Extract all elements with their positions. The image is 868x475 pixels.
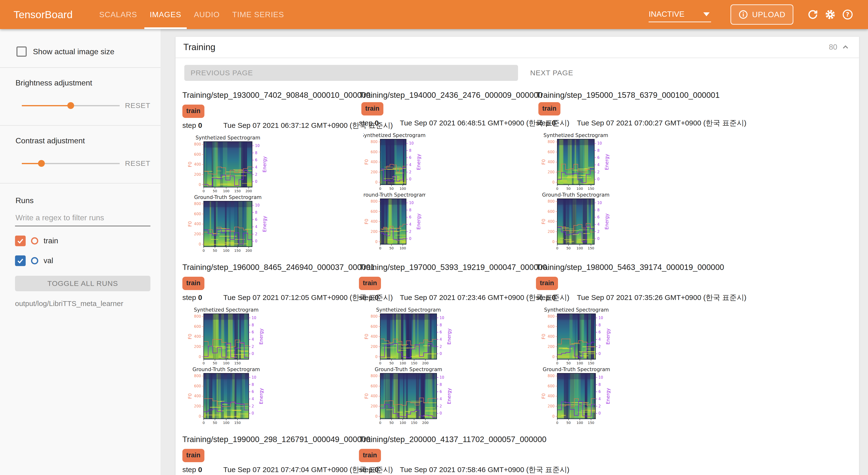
svg-text:150: 150 [411, 421, 417, 425]
run-row-val[interactable]: val [15, 255, 150, 266]
chevron-up-icon[interactable] [841, 42, 850, 52]
svg-text:0: 0 [556, 361, 558, 365]
svg-text:F0: F0 [364, 219, 369, 224]
timestamp: Tue Sep 07 2021 07:58:46 GMT+0900 (한국 표준… [400, 465, 569, 475]
toggle-all-runs-button[interactable]: TOGGLE ALL RUNS [15, 276, 150, 291]
svg-text:6: 6 [598, 330, 601, 334]
spectrogram-figure[interactable]: Synthetized Spectrogram0200400600800F002… [540, 307, 713, 429]
svg-text:600: 600 [371, 210, 378, 214]
svg-text:6: 6 [598, 389, 601, 394]
run-row-train[interactable]: train [15, 235, 150, 246]
step-label: step 0 [359, 293, 400, 302]
svg-text:Energy: Energy [446, 328, 452, 345]
spectrogram-figure[interactable]: Synthetized Spectrogram0200400600800F002… [363, 307, 536, 429]
svg-text:50: 50 [213, 189, 217, 193]
tab-audio[interactable]: AUDIO [188, 0, 226, 29]
run-checkbox[interactable] [15, 235, 26, 246]
svg-text:Energy: Energy [258, 328, 264, 345]
step-label: step 0 [536, 119, 577, 127]
spectrogram-figure[interactable]: Synthetized Spectrogram0200400600800F002… [363, 132, 536, 254]
svg-text:200: 200 [548, 404, 555, 408]
run-badge: train [182, 277, 205, 290]
settings-button[interactable] [822, 6, 839, 23]
svg-text:800: 800 [194, 314, 201, 319]
run-checkbox[interactable] [15, 255, 26, 266]
svg-text:2: 2 [440, 404, 442, 408]
tab-time-series[interactable]: TIME SERIES [226, 0, 290, 29]
spectrogram-image: Synthetized Spectrogram0200400600800F002… [363, 307, 456, 428]
svg-text:150: 150 [588, 246, 594, 250]
svg-text:150: 150 [234, 249, 241, 253]
help-button[interactable]: ? [839, 6, 857, 23]
contrast-slider[interactable] [22, 160, 120, 167]
svg-text:0: 0 [597, 236, 600, 241]
svg-text:F0: F0 [364, 393, 369, 399]
svg-text:8: 8 [409, 208, 411, 212]
svg-text:600: 600 [371, 150, 378, 154]
svg-text:2: 2 [252, 345, 254, 349]
info-icon [738, 10, 748, 19]
svg-text:10: 10 [409, 201, 414, 205]
slider-thumb[interactable] [38, 160, 45, 167]
spectrogram-image: Synthetized Spectrogram0200400600800F002… [363, 132, 426, 253]
svg-text:400: 400 [371, 160, 378, 164]
previous-page-button[interactable]: PREVIOUS PAGE [184, 65, 518, 81]
tab-images[interactable]: IMAGES [144, 0, 187, 29]
svg-text:600: 600 [194, 212, 201, 216]
svg-text:200: 200 [548, 170, 555, 174]
upload-label: UPLOAD [752, 10, 785, 19]
svg-text:200: 200 [422, 421, 429, 425]
svg-text:8: 8 [597, 149, 600, 153]
contrast-reset-button[interactable]: RESET [125, 159, 150, 167]
svg-text:100: 100 [400, 361, 406, 365]
image-card-title: Training/step_200000_4137_11702_000057_0… [359, 435, 547, 444]
refresh-button[interactable] [804, 6, 822, 23]
svg-text:0: 0 [255, 180, 257, 184]
svg-text:0: 0 [198, 242, 201, 247]
run-badge: train [536, 277, 558, 290]
svg-text:0: 0 [552, 414, 555, 419]
svg-text:4: 4 [252, 397, 254, 401]
slider-thumb[interactable] [67, 102, 74, 109]
svg-text:0: 0 [252, 351, 254, 356]
tab-scalars[interactable]: SCALARS [93, 0, 144, 29]
svg-text:50: 50 [213, 421, 217, 425]
svg-text:F0: F0 [541, 219, 546, 224]
svg-text:2: 2 [255, 232, 257, 236]
svg-text:10: 10 [252, 375, 256, 380]
svg-text:0: 0 [255, 239, 257, 243]
refresh-icon [807, 9, 818, 20]
svg-text:?: ? [846, 11, 849, 18]
svg-text:F0: F0 [364, 334, 369, 339]
svg-text:200: 200 [371, 345, 378, 349]
spectrogram-image: Synthetized Spectrogram0200400600800F002… [187, 134, 272, 255]
show-actual-size-checkbox[interactable] [17, 46, 27, 57]
svg-text:50: 50 [390, 187, 394, 191]
svg-text:Synthetized Spectrogram: Synthetized Spectrogram [544, 132, 608, 138]
svg-text:150: 150 [234, 421, 241, 425]
svg-text:0: 0 [379, 421, 381, 425]
log-directory-path: output/log/LibriTTS_meta_learner [15, 299, 150, 308]
image-card-title: Training/step_198000_5463_39174_000019_0… [536, 263, 724, 272]
runs-filter-input[interactable] [15, 205, 150, 226]
svg-text:0: 0 [375, 180, 378, 185]
svg-text:8: 8 [440, 382, 442, 387]
next-page-button[interactable]: NEXT PAGE [526, 66, 577, 80]
image-card-headline: Training/step_197000_5393_19219_000047_0… [359, 262, 536, 290]
status-dropdown[interactable]: INACTIVE [649, 7, 711, 22]
brightness-slider[interactable] [22, 102, 120, 109]
image-card-meta: step 0Tue Sep 07 2021 07:23:46 GMT+0900 … [359, 293, 536, 303]
upload-button[interactable]: UPLOAD [731, 4, 794, 25]
spectrogram-figure[interactable]: Synthetized Spectrogram0200400600800F002… [540, 132, 713, 254]
svg-text:4: 4 [255, 165, 257, 169]
app-header: TensorBoard SCALARS IMAGES AUDIO TIME SE… [0, 0, 868, 29]
svg-text:0: 0 [597, 177, 600, 181]
svg-text:2: 2 [440, 345, 442, 349]
brightness-reset-button[interactable]: RESET [125, 101, 150, 110]
spectrogram-figure[interactable]: Synthetized Spectrogram0200400600800F002… [187, 134, 359, 256]
svg-text:200: 200 [194, 345, 201, 349]
spectrogram-figure[interactable]: Synthetized Spectrogram0200400600800F002… [187, 307, 359, 429]
svg-text:50: 50 [390, 361, 394, 365]
slider-fill [22, 105, 71, 106]
svg-text:F0: F0 [187, 221, 192, 227]
